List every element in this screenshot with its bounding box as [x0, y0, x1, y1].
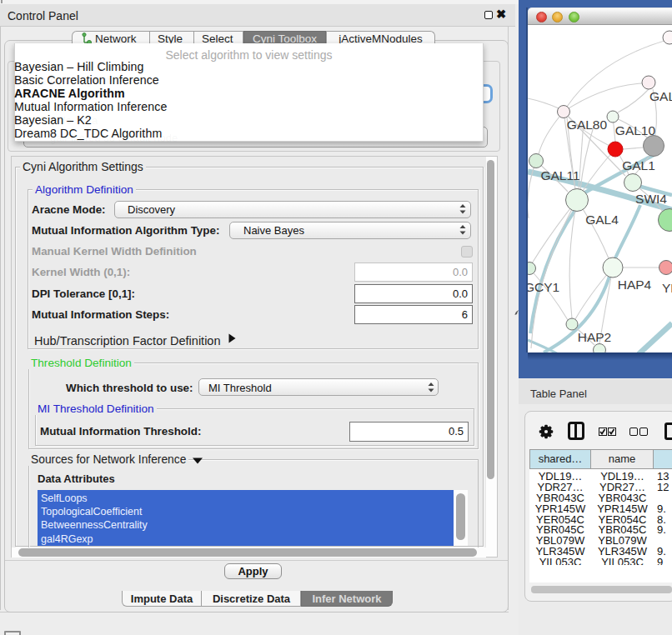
- svg-text:GAL1: GAL1: [622, 158, 655, 172]
- svg-text:SWI4: SWI4: [635, 192, 667, 206]
- svg-text:GAL80: GAL80: [567, 118, 608, 132]
- svg-text:GAL10: GAL10: [615, 123, 656, 138]
- svg-text:GCY1: GCY1: [528, 280, 559, 294]
- svg-text:GAL4: GAL4: [585, 212, 619, 227]
- svg-text:HAP4: HAP4: [618, 278, 652, 292]
- svg-text:HAP2: HAP2: [578, 330, 612, 344]
- svg-text:GAL11: GAL11: [540, 168, 579, 182]
- svg-text:GAL7: GAL7: [649, 89, 672, 103]
- svg-text:YM: YM: [662, 281, 672, 295]
